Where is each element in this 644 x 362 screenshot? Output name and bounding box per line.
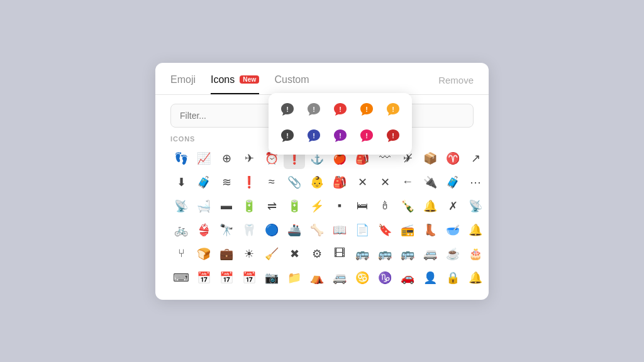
tab-emoji[interactable]: Emoji [170,74,196,94]
icon-cell[interactable]: 🚐 [329,267,350,288]
icon-cell[interactable]: ⬇ [170,172,192,193]
icon-cell[interactable]: 🚲 [170,219,192,241]
color-icon-gray[interactable]: ! [303,99,325,122]
color-icon-yellow[interactable]: ! [382,99,404,122]
icon-cell[interactable]: ⚡ [306,195,328,217]
svg-text:!: ! [286,106,289,113]
icon-cell[interactable]: 🧳 [193,172,214,193]
icon-cell[interactable]: 🔔 [465,267,486,288]
icon-cell[interactable]: ✈ [238,148,260,169]
color-icon-purple[interactable]: ! [329,126,352,148]
icon-cell[interactable]: 🔖 [374,219,396,241]
icon-cell[interactable]: ❗ [238,172,260,193]
icon-cell[interactable]: 👣 [170,148,192,169]
icon-cell[interactable]: 🚐 [419,243,441,265]
color-icon-dark2[interactable]: ! [276,126,299,148]
icon-cell[interactable]: 📻 [397,219,418,241]
icon-cell[interactable]: ≋ [216,172,237,193]
icon-cell[interactable]: ☕ [442,243,464,265]
color-icon-blue[interactable]: ! [303,126,325,148]
icon-cell[interactable]: ✕ [352,172,373,193]
tab-icons[interactable]: Icons New [211,74,259,94]
icons-section: ICONS 👣📈⊕✈⏰❗⚓🍎🎒〰✈̸📦♈↗⬇🧳≋❗≈📎👶🎒✕✕←🔌🧳⋯📡🛁▬🔋⇌… [155,135,489,300]
icon-cell[interactable]: 📦 [419,148,441,169]
icon-cell[interactable]: 💼 [216,243,237,265]
icon-cell[interactable]: 🔋 [238,195,260,217]
icon-cell[interactable]: ⌨ [170,267,192,288]
icon-cell[interactable]: ✖ [284,243,305,265]
icon-cell[interactable]: 🧹 [261,243,282,265]
icon-cell[interactable]: 🔒 [442,267,464,288]
icon-cell[interactable]: 🍾 [397,195,418,217]
icon-cell[interactable]: ▪ [329,195,350,217]
icon-cell[interactable]: 🔔 [419,195,441,217]
icon-cell[interactable]: 🚌 [352,243,373,265]
icon-cell[interactable]: ♑ [374,267,396,288]
color-icon-darkred[interactable]: ! [382,126,404,148]
icon-cell[interactable]: ≈ [261,172,282,193]
icon-picker-panel: Emoji Icons New Custom Remove ICONS 👣📈⊕✈… [155,63,489,300]
svg-text:!: ! [339,132,341,140]
icon-cell[interactable]: 🦴 [306,219,328,241]
icon-cell[interactable]: 📖 [329,219,350,241]
icon-cell[interactable]: 📈 [193,148,214,169]
icon-cell[interactable]: 📁 [284,267,305,288]
icon-cell[interactable]: 📅 [238,267,260,288]
icon-cell[interactable]: 🎂 [465,243,486,265]
icon-cell[interactable]: 🔌 [419,172,441,193]
icon-cell[interactable]: 🔵 [261,219,282,241]
icon-cell[interactable]: 👶 [306,172,328,193]
icon-cell[interactable]: 🧳 [442,172,464,193]
icon-cell[interactable]: ♋ [352,267,373,288]
icon-cell[interactable]: 👙 [193,219,214,241]
icon-cell[interactable]: ✗ [442,195,464,217]
svg-text:!: ! [365,132,368,140]
icon-cell[interactable]: ✕ [374,172,396,193]
icon-cell[interactable]: 🎞 [329,243,350,265]
tabs-left: Emoji Icons New Custom [170,74,309,94]
icon-cell[interactable]: 🚢 [284,219,305,241]
icon-cell[interactable]: 🕯 [374,195,396,217]
icon-cell[interactable]: 📎 [284,172,305,193]
color-icon-orange[interactable]: ! [355,99,378,122]
icon-cell[interactable]: 📷 [261,267,282,288]
svg-text:!: ! [286,132,289,140]
icon-cell[interactable]: 🛏 [352,195,373,217]
icon-cell[interactable]: 🚗 [397,267,418,288]
icon-cell[interactable]: ♈ [442,148,464,169]
color-icon-dark[interactable]: ! [276,99,299,122]
tab-custom[interactable]: Custom [274,74,309,94]
icon-cell[interactable]: 📄 [352,219,373,241]
icon-cell[interactable]: 👢 [419,219,441,241]
icon-cell[interactable]: 👤 [419,267,441,288]
svg-text:!: ! [365,106,368,113]
color-icon-red[interactable]: ! [329,99,352,122]
icon-cell[interactable]: ☀ [238,243,260,265]
icon-cell[interactable]: 📡 [465,195,486,217]
icon-cell[interactable]: 🛁 [193,195,214,217]
icon-cell[interactable]: ⛺ [306,267,328,288]
icon-cell[interactable]: ⊕ [216,148,237,169]
icon-cell[interactable]: ⇌ [261,195,282,217]
icon-cell[interactable]: ← [397,172,418,193]
icon-cell[interactable]: 🔋 [284,195,305,217]
icon-cell[interactable]: 📡 [170,195,192,217]
icon-cell[interactable]: 🔭 [216,219,237,241]
icon-cell[interactable]: ⚙ [306,243,328,265]
icon-cell[interactable]: 🚌 [374,243,396,265]
icon-cell[interactable]: 🍞 [193,243,214,265]
icon-cell[interactable]: 🦷 [238,219,260,241]
icon-cell[interactable]: 🚌 [397,243,418,265]
icons-grid: 👣📈⊕✈⏰❗⚓🍎🎒〰✈̸📦♈↗⬇🧳≋❗≈📎👶🎒✕✕←🔌🧳⋯📡🛁▬🔋⇌🔋⚡▪🛏🕯🍾… [170,148,474,288]
icon-cell[interactable]: ⑂ [170,243,192,265]
icon-cell[interactable]: 📅 [193,267,214,288]
remove-button[interactable]: Remove [438,75,474,93]
color-icon-pink[interactable]: ! [355,126,378,148]
icon-cell[interactable]: ↗ [465,148,486,169]
icon-cell[interactable]: 🔔 [465,219,486,241]
icon-cell[interactable]: ▬ [216,195,237,217]
icon-cell[interactable]: 📅 [216,267,237,288]
icon-cell[interactable]: 🎒 [329,172,350,193]
icon-cell[interactable]: 🥣 [442,219,464,241]
icon-cell[interactable]: ⋯ [465,172,486,193]
